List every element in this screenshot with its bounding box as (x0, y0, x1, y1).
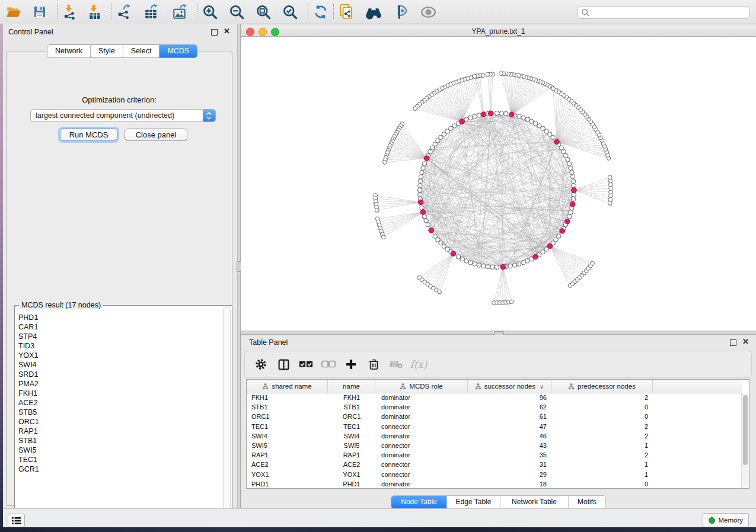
task-history-button[interactable] (8, 514, 25, 527)
column-header-MCDS-role[interactable]: MCDS role (375, 380, 468, 393)
column-header-successor-nodes[interactable]: successor nodes∨ (468, 380, 551, 393)
show-columns-icon[interactable] (276, 357, 291, 372)
column-label: name (343, 383, 360, 390)
float-panel-icon[interactable] (730, 339, 736, 346)
refresh-layout-icon[interactable] (312, 3, 330, 21)
first-neighbors-icon[interactable] (365, 3, 382, 21)
mcds-result-item[interactable]: GCR1 (17, 464, 222, 474)
search-input[interactable] (590, 8, 749, 17)
open-file-icon[interactable] (5, 3, 23, 21)
mcds-result-item[interactable]: STP4 (17, 332, 222, 341)
column-header-predecessor-nodes[interactable]: predecessor nodes (551, 380, 653, 393)
deselect-all-icon[interactable] (321, 357, 336, 372)
mcds-result-item[interactable]: ACE2 (17, 398, 222, 408)
mcds-result-item[interactable]: FKH1 (17, 389, 222, 398)
mcds-result-item[interactable]: TID3 (17, 341, 222, 351)
export-table-icon[interactable] (142, 3, 160, 21)
tab-style[interactable]: Style (91, 45, 123, 57)
close-panel-icon[interactable]: ✕ (224, 27, 230, 36)
tab-edge-table[interactable]: Edge Table (447, 496, 500, 508)
clone-network-icon[interactable] (337, 3, 355, 21)
table-row[interactable]: SWI5SWI5connector431 (247, 441, 742, 450)
tab-network[interactable]: Network (47, 45, 91, 57)
show-all-icon[interactable] (419, 3, 437, 21)
mcds-result-item[interactable]: SRD1 (17, 370, 222, 379)
memory-label: Memory (718, 517, 743, 524)
mcds-result-item[interactable]: STB5 (17, 408, 222, 417)
table-row[interactable]: RAP1RAP1dominator352 (247, 450, 742, 460)
mcds-result-item[interactable]: CAR1 (17, 322, 222, 332)
run-mcds-button[interactable]: Run MCDS (60, 129, 117, 141)
cell-name: STB1 (328, 403, 375, 411)
float-panel-icon[interactable] (211, 29, 218, 36)
cell-name: SWI5 (328, 442, 375, 449)
cell-shared-name: SWI5 (247, 442, 328, 449)
mcds-result-item[interactable]: RAP1 (17, 427, 222, 436)
criterion-dropdown[interactable]: largest connected component (undirected) (30, 109, 216, 122)
mcds-result-item[interactable]: PHD1 (17, 313, 222, 322)
table-row[interactable]: TEC1TEC1connector472 (247, 422, 742, 431)
export-network-icon[interactable] (115, 3, 133, 21)
table-row[interactable]: STB1STB1dominator620 (247, 402, 742, 412)
table-row[interactable]: PHD1PHD1dominator180 (247, 479, 742, 488)
table-settings-icon[interactable] (253, 357, 269, 372)
network-window-titlebar[interactable]: YPA_prune.txt_1 (241, 26, 756, 37)
tab-network-table[interactable]: Network Table (500, 496, 569, 508)
zoom-in-icon[interactable] (201, 3, 219, 21)
cell-predecessor-nodes: 2 (551, 394, 653, 401)
table-row[interactable]: ACE2ACE2connector311 (247, 460, 742, 469)
scrollbar-thumb[interactable] (743, 395, 748, 465)
close-panel-icon[interactable]: ✕ (742, 337, 749, 347)
mcds-result-item[interactable]: SWI5 (17, 446, 222, 455)
table-row[interactable]: SWI4SWI4dominator462 (247, 431, 742, 441)
column-header-name[interactable]: name (328, 380, 375, 393)
zoom-out-icon[interactable] (228, 3, 245, 21)
cell-successor-nodes: 43 (468, 442, 551, 449)
column-label: successor nodes (484, 383, 535, 390)
cell-MCDS-role: dominator (375, 394, 468, 401)
search-box[interactable] (577, 6, 750, 19)
mcds-result-item[interactable]: PMA2 (17, 379, 222, 389)
mcds-result-item[interactable]: YOX1 (17, 351, 222, 360)
tab-motifs[interactable]: Motifs (569, 496, 605, 508)
table-row[interactable]: YOX1YOX1connector291 (247, 470, 742, 479)
import-table-icon[interactable] (86, 3, 104, 21)
cell-name: TEC1 (328, 423, 375, 430)
mcds-result-list[interactable]: PHD1CAR1STP4TID3YOX1SWI4SRD1PMA2FKH1ACE2… (17, 313, 222, 523)
select-all-icon[interactable] (298, 357, 314, 372)
create-column-icon[interactable] (343, 357, 359, 372)
column-type-icon (262, 383, 269, 390)
mcds-result-item[interactable]: SWI4 (17, 360, 222, 370)
memory-button[interactable]: Memory (703, 513, 749, 527)
column-type-icon (475, 383, 481, 390)
import-network-icon[interactable] (61, 3, 79, 21)
close-panel-button[interactable]: Close panel (125, 129, 187, 141)
horizontal-splitter[interactable] (241, 331, 756, 335)
tab-node-table[interactable]: Node Table (391, 496, 447, 508)
cell-name: FKH1 (328, 394, 375, 401)
cell-shared-name: SWI4 (247, 432, 328, 440)
save-session-icon[interactable] (31, 3, 49, 21)
tab-mcds[interactable]: MCDS (160, 45, 197, 57)
table-row[interactable]: FKH1FKH1dominator962 (247, 393, 742, 402)
cell-shared-name: FKH1 (247, 394, 328, 401)
mcds-result-item[interactable]: ORC1 (17, 417, 222, 427)
mcds-list-scrollbar[interactable] (223, 307, 231, 524)
cell-successor-nodes: 35 (468, 451, 551, 459)
zoom-selected-icon[interactable] (281, 3, 299, 21)
table-body: FKH1FKH1dominator962STB1STB1dominator620… (247, 393, 742, 488)
table-panel: Table Panel ✕ (241, 335, 756, 508)
delete-column-icon[interactable] (366, 357, 381, 372)
mcds-result-item[interactable]: TEC1 (17, 455, 222, 464)
table-row[interactable]: ORC1ORC1dominator610 (247, 412, 742, 421)
export-image-icon[interactable] (171, 3, 189, 21)
column-header-shared-name[interactable]: shared name (247, 380, 328, 393)
table-scrollbar[interactable] (741, 393, 749, 488)
mcds-result-item[interactable]: STB1 (17, 436, 222, 446)
cell-MCDS-role: dominator (375, 432, 468, 440)
hide-selected-icon[interactable] (392, 3, 410, 21)
zoom-fit-icon[interactable] (254, 3, 272, 21)
tab-select[interactable]: Select (123, 45, 160, 57)
network-canvas[interactable] (241, 37, 756, 331)
sort-descending-icon: ∨ (540, 383, 544, 390)
